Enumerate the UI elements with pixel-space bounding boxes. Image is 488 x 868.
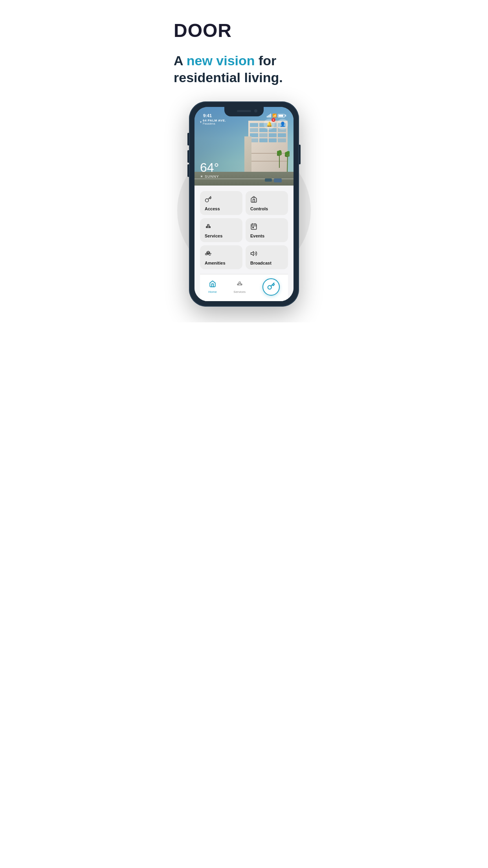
broadcast-button[interactable]: Broadcast bbox=[246, 245, 288, 269]
svg-point-10 bbox=[206, 226, 207, 228]
events-label: Events bbox=[250, 234, 283, 238]
phone-frame: 9:41 📶 bbox=[189, 101, 299, 307]
address-city: Pasadena bbox=[203, 122, 226, 125]
amenities-button[interactable]: Amenities bbox=[200, 245, 242, 269]
bell-icon: 🔔 bbox=[266, 121, 272, 127]
car bbox=[274, 178, 282, 182]
content-panel: Access Controls bbox=[194, 186, 294, 301]
pool-icon bbox=[205, 250, 238, 258]
phone-notch bbox=[224, 107, 264, 116]
profile-button[interactable]: 👤 bbox=[277, 119, 288, 130]
sun-icon: ☀ bbox=[200, 175, 204, 178]
calendar-icon bbox=[250, 223, 283, 231]
bottom-navigation: Home Services bbox=[200, 274, 288, 301]
signal-bars-icon bbox=[267, 114, 271, 118]
svg-rect-16 bbox=[253, 227, 253, 228]
user-icon: 👤 bbox=[280, 121, 286, 127]
svg-rect-12 bbox=[251, 224, 257, 230]
services-nav-icon bbox=[236, 280, 243, 289]
status-icons: 📶 bbox=[267, 112, 286, 118]
amenities-label: Amenities bbox=[205, 261, 238, 265]
controls-button[interactable]: Controls bbox=[246, 191, 288, 215]
nav-item-services[interactable]: Services bbox=[233, 280, 246, 294]
services-icon bbox=[205, 223, 238, 231]
car-2 bbox=[265, 178, 272, 182]
palm-trees bbox=[277, 148, 290, 172]
home-nav-icon bbox=[209, 280, 216, 289]
feature-grid: Access Controls bbox=[200, 191, 288, 269]
tagline-prefix: A bbox=[174, 53, 187, 68]
events-button[interactable]: Events bbox=[246, 218, 288, 242]
wifi-icon: 📶 bbox=[272, 114, 277, 118]
broadcast-label: Broadcast bbox=[250, 261, 283, 265]
services-nav-label: Services bbox=[233, 290, 246, 294]
phone-mockup: 9:41 📶 bbox=[174, 101, 314, 307]
page-wrapper: DOOR A new vision for residential living… bbox=[163, 0, 325, 322]
weather-condition: ☀ SUNNY bbox=[200, 175, 219, 178]
broadcast-icon bbox=[250, 250, 283, 258]
svg-marker-18 bbox=[251, 252, 254, 256]
battery-icon bbox=[278, 114, 285, 118]
svg-line-4 bbox=[287, 155, 288, 172]
phone-screen: 9:41 📶 bbox=[194, 107, 294, 301]
notification-button[interactable]: 🔔 1 bbox=[264, 119, 275, 130]
access-label: Access bbox=[205, 206, 238, 211]
tagline: A new vision for residential living. bbox=[174, 52, 314, 86]
status-time: 9:41 bbox=[202, 112, 212, 118]
house-icon bbox=[250, 196, 283, 204]
key-center-button[interactable] bbox=[262, 278, 280, 296]
weather-overlay: 64° ☀ SUNNY bbox=[200, 161, 219, 178]
key-icon bbox=[205, 196, 238, 204]
nav-item-home[interactable]: Home bbox=[208, 280, 216, 294]
tagline-highlight: new vision bbox=[187, 53, 255, 68]
svg-rect-17 bbox=[207, 253, 209, 254]
services-label: Services bbox=[205, 234, 238, 238]
home-nav-label: Home bbox=[208, 290, 216, 294]
weather-temperature: 64° bbox=[200, 161, 219, 174]
brand-title: DOOR bbox=[174, 20, 232, 41]
action-buttons: 🔔 1 👤 bbox=[264, 119, 288, 130]
access-button[interactable]: Access bbox=[200, 191, 242, 215]
services-button[interactable]: Services bbox=[200, 218, 242, 242]
key-nav-icon bbox=[267, 282, 275, 292]
notch-speaker bbox=[237, 110, 251, 112]
controls-label: Controls bbox=[250, 206, 283, 211]
svg-point-11 bbox=[209, 226, 210, 228]
chevron-down-icon: ▾ bbox=[200, 120, 202, 124]
notch-camera bbox=[254, 109, 257, 112]
